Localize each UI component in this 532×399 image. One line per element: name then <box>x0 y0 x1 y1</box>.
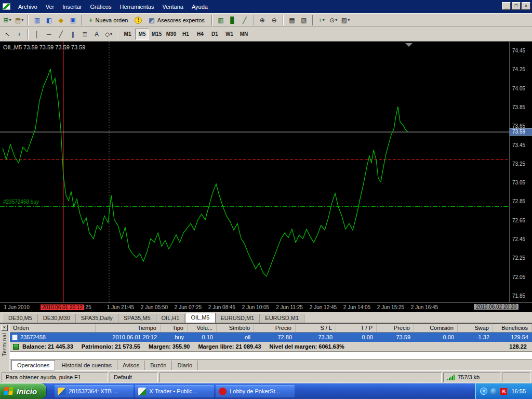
dropdown-arrow-icon: ▾ <box>323 18 325 22</box>
zoom-in-button[interactable]: ⊕ <box>257 15 268 26</box>
navigator-button[interactable]: ◆ <box>55 15 66 26</box>
text-tool-button[interactable]: A <box>91 29 102 40</box>
timeframe-m30[interactable]: M30 <box>164 29 178 40</box>
chart-area[interactable]: OIL,M5 73.59 73.59 73.59 73.59 #23572458… <box>0 42 532 302</box>
menu-ventana[interactable]: Ventana <box>158 2 188 12</box>
templates-button[interactable]: ▨▾ <box>340 15 351 26</box>
data-window-button[interactable]: ◧ <box>43 15 55 26</box>
column-header-8[interactable]: Precio <box>377 324 414 332</box>
tray-chevron-icon[interactable]: « <box>480 388 487 395</box>
terminal-tab-avisos[interactable]: Avisos <box>117 361 145 370</box>
price-scale[interactable]: 74.4574.2574.0573.8573.6573.4573.2573.05… <box>509 42 532 302</box>
dropdown-arrow-icon: ▾ <box>335 18 337 22</box>
chart-shift-marker-icon[interactable] <box>405 43 413 47</box>
cascade-windows-button[interactable]: ▧ <box>298 15 310 26</box>
vertical-line-button[interactable]: │ <box>31 29 43 40</box>
asesores-expertos-button[interactable]: ◩Asesores expertos <box>144 15 208 26</box>
menu-ayuda[interactable]: Ayuda <box>188 2 212 12</box>
time-axis[interactable]: 2010.06.02 20:30 1 Jun 20102010.06.01 20… <box>0 302 532 312</box>
chart-tab-eurusd-m1[interactable]: EURUSD,M1 <box>260 314 304 323</box>
timeframe-m1[interactable]: M1 <box>121 29 135 40</box>
timeframe-h4[interactable]: H4 <box>193 29 207 40</box>
timeframe-d1[interactable]: D1 <box>208 29 222 40</box>
task-button-1[interactable]: X-Trader • Public... <box>135 385 214 397</box>
new-chart-button[interactable]: ⊞▾ <box>2 15 13 26</box>
chart-tab-bar: DE30,M5DE30,M30SPA35,DailySPA35,M5OIL,H1… <box>0 312 532 323</box>
start-button[interactable]: Inicio <box>0 383 46 399</box>
close-button[interactable]: × <box>522 2 530 10</box>
chart-tab-oil-m5[interactable]: OIL,M5 <box>185 313 215 323</box>
task-icon-1 <box>138 388 146 395</box>
task-button-2[interactable]: Lobby de PokerSt... <box>216 385 295 397</box>
open-order-label: #23572458 buy <box>3 199 39 205</box>
price-chart[interactable] <box>0 42 509 302</box>
column-header-11[interactable]: Beneficios <box>493 324 532 332</box>
terminal-panel-button[interactable]: ▣ <box>67 15 78 26</box>
trendline-button[interactable]: ╱ <box>55 29 66 40</box>
menu-insertar[interactable]: Insertar <box>58 2 86 12</box>
column-header-1[interactable]: Tiempo <box>96 324 161 332</box>
antivirus-tray-icon[interactable]: K <box>500 388 507 395</box>
timeframe-h1[interactable]: H1 <box>179 29 193 40</box>
zoom-out-button[interactable]: ⊖ <box>269 15 280 26</box>
order-row[interactable]: 235724582010.06.01 20:12buy0.10oil72.807… <box>10 332 532 342</box>
cursor-button[interactable]: ↖ <box>2 29 13 40</box>
column-header-7[interactable]: T / P <box>336 324 377 332</box>
crosshair-button[interactable]: + <box>14 29 25 40</box>
timeframe-m5[interactable]: M5 <box>135 29 149 40</box>
tile-windows-button[interactable]: ▦ <box>286 15 298 26</box>
column-header-2[interactable]: Tipo <box>161 324 188 332</box>
menu-gráficos[interactable]: Gráficos <box>86 2 116 12</box>
menu-archivo[interactable]: Archivo <box>14 2 42 12</box>
terminal-close-button[interactable]: × <box>1 325 8 331</box>
fibonacci-button[interactable]: ≣ <box>79 29 90 40</box>
chart-candles-icon: ▊ <box>230 17 235 23</box>
terminal-tab-diario[interactable]: Diario <box>172 361 198 370</box>
profiles-button[interactable]: ▤▾ <box>14 15 25 26</box>
column-header-5[interactable]: Precio <box>254 324 296 332</box>
zoom-in-icon: ⊕ <box>260 17 265 23</box>
column-header-6[interactable]: S / L <box>296 324 336 332</box>
chart-bars-button[interactable]: ▥ <box>215 15 227 26</box>
chart-tab-spa35-m5[interactable]: SPA35,M5 <box>118 314 156 323</box>
column-header-4[interactable]: Símbolo <box>217 324 254 332</box>
order-cell-0: 23572458 <box>10 334 96 340</box>
chart-tab-spa35-daily[interactable]: SPA35,Daily <box>76 314 118 323</box>
market-watch-button[interactable]: ▥ <box>31 15 43 26</box>
status-profile[interactable]: Default <box>110 373 158 382</box>
indicators-button[interactable]: +▾ <box>316 15 327 26</box>
horizontal-line-button[interactable]: ─ <box>43 29 55 40</box>
column-header-3[interactable]: Volu... <box>188 324 217 332</box>
nueva-orden-button[interactable]: +Nueva orden <box>85 15 132 26</box>
restore-button[interactable]: □ <box>512 2 521 10</box>
connection-signal-icon <box>447 375 455 380</box>
arrows-tool-button[interactable]: ◇▾ <box>103 29 114 40</box>
chart-tab-oil-h1[interactable]: OIL,H1 <box>156 314 185 323</box>
column-header-0[interactable]: Orden <box>10 324 96 332</box>
expert-warning-icon: ! <box>135 17 142 24</box>
chart-tab-de30-m5[interactable]: DE30,M5 <box>3 314 38 323</box>
chart-tab-eurusd-m1[interactable]: EURUSD,M1 <box>216 314 260 323</box>
column-header-10[interactable]: Swap <box>458 324 493 332</box>
messenger-tray-icon[interactable] <box>490 388 497 395</box>
minimize-button[interactable]: _ <box>502 2 511 10</box>
chart-candles-button[interactable]: ▊ <box>227 15 238 26</box>
equidistant-channel-button[interactable]: ∥ <box>67 29 78 40</box>
terminal-tab-buz-n[interactable]: Buzón <box>145 361 172 370</box>
menu-ver[interactable]: Ver <box>42 2 59 12</box>
tile-windows-icon: ▦ <box>289 17 295 23</box>
menu-herramientas[interactable]: Herramientas <box>115 2 158 12</box>
terminal-tab-historial-de-cuentas[interactable]: Historial de cuentas <box>56 361 117 370</box>
task-button-0[interactable]: 281537364: XTB-... <box>55 385 134 397</box>
column-header-9[interactable]: Comisión <box>414 324 458 332</box>
chart-line-button[interactable]: ╱ <box>239 15 250 26</box>
timeframe-w1[interactable]: W1 <box>222 29 236 40</box>
chart-tab-de30-m30[interactable]: DE30,M30 <box>38 314 76 323</box>
timeframe-mn[interactable]: MN <box>237 29 251 40</box>
terminal-tab-operaciones[interactable]: Operaciones <box>11 360 55 370</box>
timeframe-m15[interactable]: M15 <box>150 29 164 40</box>
periods-button[interactable]: ⊙▾ <box>328 15 339 26</box>
cascade-windows-icon: ▧ <box>301 17 307 23</box>
expert-warning-button[interactable]: ! <box>132 15 144 26</box>
chart-line-icon: ╱ <box>243 17 246 23</box>
